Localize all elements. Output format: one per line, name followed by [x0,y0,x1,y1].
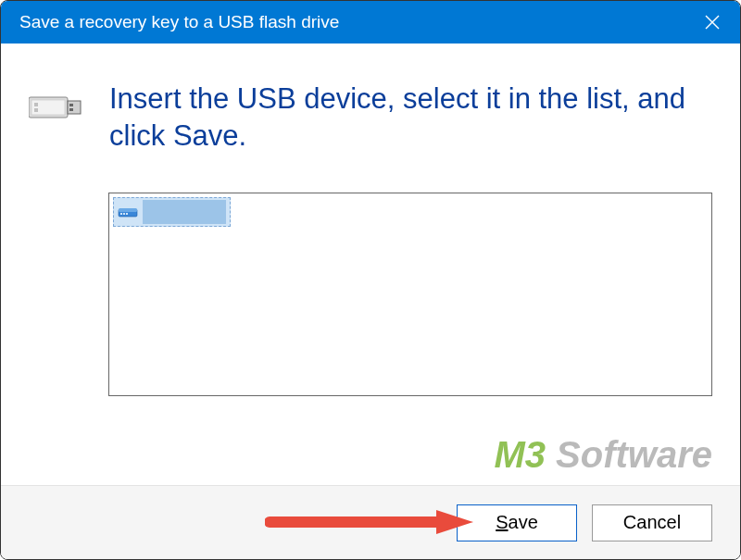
title-bar: Save a recovery key to a USB flash drive [1,1,740,44]
save-button[interactable]: Save [457,504,577,541]
usb-device-item[interactable] [113,197,231,227]
device-label [143,200,226,224]
svg-rect-3 [31,100,65,115]
usb-drive-icon [29,81,86,131]
svg-rect-6 [69,108,73,111]
close-icon [705,15,720,30]
drive-icon [118,205,138,219]
svg-rect-5 [69,104,73,106]
dialog-footer: Save Cancel [1,485,740,559]
close-button[interactable] [684,1,740,44]
svg-rect-12 [123,213,125,215]
usb-device-list[interactable] [108,193,712,396]
svg-rect-4 [68,101,81,114]
window-title: Save a recovery key to a USB flash drive [19,12,339,32]
instruction-text: Insert the USB device, select it in the … [109,81,712,156]
svg-rect-8 [34,108,38,112]
svg-rect-13 [126,213,128,215]
cancel-button[interactable]: Cancel [592,504,712,541]
svg-rect-7 [34,103,38,106]
dialog-content: Insert the USB device, select it in the … [1,44,740,486]
header-row: Insert the USB device, select it in the … [29,81,712,156]
svg-rect-10 [119,208,137,212]
svg-rect-11 [120,213,122,215]
save-button-rest: ave [509,512,538,532]
